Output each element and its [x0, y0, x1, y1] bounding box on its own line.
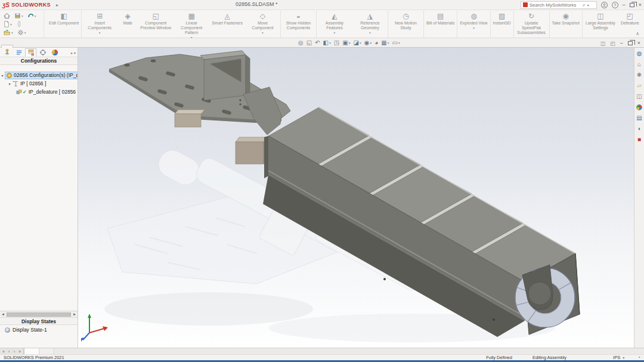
featuremanager-tree-tab[interactable]	[1, 48, 13, 57]
previous-view-icon[interactable]: ↶	[315, 39, 320, 46]
apply-scene-icon[interactable]: ▦ ▾	[381, 39, 389, 46]
dynamic-annotation-views-icon[interactable]: ◳	[334, 39, 339, 46]
edit-appearance-icon[interactable]: ◕	[374, 39, 378, 46]
ribbon-button[interactable]: ◱ Component Preview Window	[138, 11, 174, 38]
zoom-to-area-icon[interactable]: ◱	[306, 39, 312, 46]
view-settings-icon[interactable]: ▭ ▾	[392, 39, 400, 46]
command-tab[interactable]	[73, 44, 85, 47]
view-orientation-icon[interactable]: ▣ ▾	[342, 39, 350, 46]
ribbon-button[interactable]: ◇ Move Component ▾	[245, 11, 281, 38]
zoom-to-fit-icon[interactable]: ◎	[298, 39, 304, 46]
help-icon[interactable]: ?	[612, 2, 618, 8]
ribbon-button[interactable]: ▦ Linear Component Pattern ▾	[174, 11, 209, 38]
command-tab[interactable]	[13, 44, 25, 47]
graphics-viewport[interactable]	[78, 48, 634, 348]
hide-show-items-icon[interactable]: ◉ ▾	[364, 39, 372, 46]
options-dropdown-icon[interactable]: ▾	[24, 31, 26, 35]
open-dropdown-icon[interactable]: ▾	[11, 31, 13, 35]
restore-button[interactable]	[630, 3, 634, 7]
undo-icon[interactable]: ▾	[27, 13, 36, 19]
close-button[interactable]: ×	[639, 1, 642, 9]
tag-icon[interactable]: ◔	[637, 355, 640, 360]
doc-close-button[interactable]: ×	[637, 39, 640, 47]
home-icon[interactable]	[4, 13, 10, 19]
open-icon[interactable]: ▾	[4, 30, 13, 36]
sheet-tab-navigation[interactable]: « ‹ › »	[0, 348, 24, 354]
dropdown-arrow-icon[interactable]: ▾	[99, 31, 101, 35]
command-tab[interactable]	[61, 44, 73, 47]
save-dropdown-icon[interactable]: ▾	[21, 14, 23, 18]
tree-row[interactable]: ▾ IP [ 02856 ]	[0, 79, 78, 88]
search-input[interactable]	[530, 2, 581, 8]
window-pane2-icon[interactable]: ◰	[610, 41, 615, 47]
minimize-button[interactable]: –	[623, 1, 626, 9]
window-pane-icon[interactable]: ◫	[600, 41, 606, 47]
ribbon-button[interactable]: ▤ Bill of Materials	[424, 11, 457, 38]
file-explorer-icon[interactable]: ▱	[635, 82, 644, 90]
last-tab-icon[interactable]: »	[17, 349, 22, 354]
ribbon-button[interactable]: ◷ New Motion Study	[388, 11, 424, 38]
ribbon-button[interactable]: ◮ Reference Geometry ▾	[352, 11, 388, 38]
prev-tab-icon[interactable]: ‹	[7, 349, 11, 354]
design-library-icon[interactable]: ✱	[635, 71, 644, 79]
command-tab[interactable]	[25, 44, 37, 47]
sheet-tab[interactable]	[39, 348, 54, 354]
dropdown-arrow-icon[interactable]: ▾	[262, 31, 264, 35]
view-palette-icon[interactable]: ◫	[635, 92, 644, 101]
appearances-scenes-icon[interactable]	[635, 103, 644, 112]
ribbon-button[interactable]: ◒ Show Hidden Components	[281, 11, 317, 38]
dropdown-arrow-icon[interactable]: ▾	[369, 31, 371, 35]
next-tab-icon[interactable]: ›	[12, 349, 17, 354]
search-box[interactable]: ⌕ ▾	[521, 1, 597, 9]
expand-caret-icon[interactable]: ▾	[0, 73, 5, 78]
units-dropdown-icon[interactable]: ▾	[623, 355, 624, 360]
panel-tab-overflow-icon[interactable]: ▸▾	[71, 51, 76, 55]
dropdown-arrow-icon[interactable]: ▾	[334, 31, 336, 35]
scroll-right-icon[interactable]: ▸	[72, 312, 78, 317]
ribbon-button[interactable]: ◫ Large Assembly Settings	[583, 11, 618, 38]
ribbon-collapse-icon[interactable]: ∧	[636, 31, 639, 36]
ribbon-button[interactable]: ▨ Instant3D	[491, 11, 514, 38]
command-tab[interactable]	[37, 44, 49, 47]
solidworks-forum-icon[interactable]: ◗	[635, 125, 644, 133]
tree-row[interactable]: ✓ IP_defeature [ 02856	[0, 88, 78, 96]
command-tab[interactable]	[49, 44, 61, 47]
undo-dropdown-icon[interactable]: ▾	[35, 14, 36, 18]
dimxpertmanager-tab[interactable]	[37, 48, 48, 57]
ribbon-button[interactable]: ◭ Assembly Features ▾	[317, 11, 352, 38]
tree-row[interactable]: ▾ 02856 Configuration(s) (IP_defeat	[0, 71, 78, 79]
sheet-tab[interactable]	[24, 348, 39, 354]
command-tab[interactable]	[85, 44, 97, 47]
search-dropdown-icon[interactable]: ▾	[587, 3, 589, 7]
displaymanager-tab[interactable]	[49, 48, 60, 57]
search-icon[interactable]: ⌕	[583, 2, 586, 8]
unit-system-label[interactable]: IPS	[613, 355, 620, 360]
options-gear-icon[interactable]: ▾	[17, 29, 26, 36]
panel-horizontal-scrollbar[interactable]: ◂ ▸	[0, 311, 78, 317]
doc-minimize-button[interactable]: –	[620, 39, 623, 47]
command-tab[interactable]	[1, 45, 13, 48]
marketplace-icon[interactable]: ■	[635, 135, 644, 144]
dropdown-arrow-icon[interactable]: ▾	[370, 41, 371, 45]
dropdown-arrow-icon[interactable]: ▾	[349, 41, 351, 45]
new-document-icon[interactable]: ▾	[4, 21, 12, 27]
doc-restore-button[interactable]	[628, 41, 633, 45]
menu-expand-icon[interactable]: ▸	[56, 2, 58, 8]
first-tab-icon[interactable]: «	[1, 349, 6, 354]
ribbon-button[interactable]: ◬ Smart Fasteners	[209, 11, 245, 38]
display-state-item[interactable]: Display State-1	[0, 325, 78, 335]
user-account-icon[interactable]	[601, 2, 608, 8]
ribbon-button[interactable]: ↻ Update SpeedPak Subassemblies	[514, 11, 550, 38]
ribbon-button[interactable]: ⊞ Insert Components ▾	[82, 11, 117, 38]
dropdown-arrow-icon[interactable]: ▾	[360, 41, 361, 45]
threedexperience-icon[interactable]: ◍	[635, 49, 644, 58]
dropdown-arrow-icon[interactable]: ▾	[398, 41, 400, 45]
save-icon[interactable]: ▾	[14, 13, 23, 19]
custom-properties-icon[interactable]: ▤	[635, 114, 644, 122]
new-dropdown-icon[interactable]: ▾	[10, 23, 12, 26]
propertymanager-tab[interactable]	[13, 48, 24, 57]
scrollbar-thumb[interactable]	[7, 313, 71, 317]
expand-caret-icon[interactable]: ▾	[7, 82, 12, 86]
ribbon-button[interactable]: ◉ Take Snapshot	[550, 11, 583, 38]
ribbon-button[interactable]: ◧ Edit Component	[47, 11, 82, 38]
